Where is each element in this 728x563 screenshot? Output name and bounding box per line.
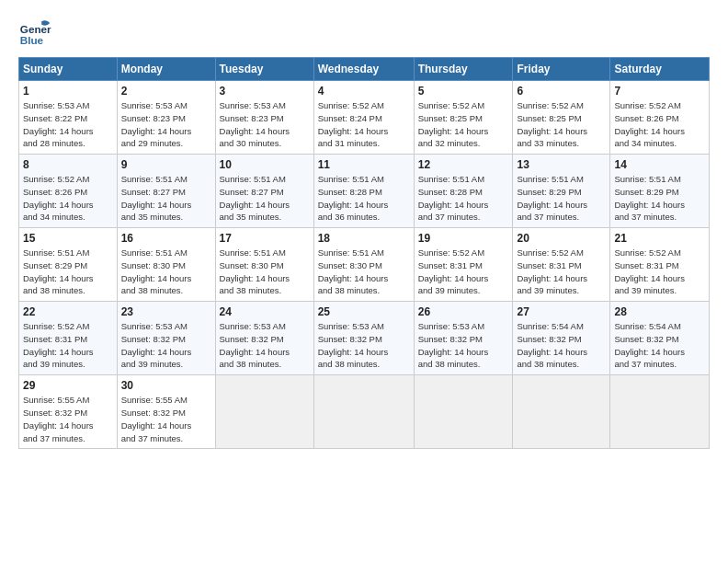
day-info: Sunrise: 5:51 AM Sunset: 8:30 PM Dayligh… <box>318 247 410 297</box>
day-number: 23 <box>121 305 211 318</box>
logo: General Blue <box>18 15 56 48</box>
day-cell-27: 27Sunrise: 5:54 AM Sunset: 8:32 PM Dayli… <box>513 302 610 375</box>
day-cell-3: 3Sunrise: 5:53 AM Sunset: 8:23 PM Daylig… <box>215 81 313 155</box>
day-number: 12 <box>418 158 509 171</box>
day-cell-13: 13Sunrise: 5:51 AM Sunset: 8:29 PM Dayli… <box>513 155 610 228</box>
calendar-body: 1Sunrise: 5:53 AM Sunset: 8:22 PM Daylig… <box>19 81 710 449</box>
day-cell-empty <box>215 375 313 449</box>
column-header-monday: Monday <box>117 58 215 81</box>
day-number: 6 <box>517 85 606 98</box>
day-info: Sunrise: 5:51 AM Sunset: 8:29 PM Dayligh… <box>517 173 606 224</box>
day-cell-30: 30Sunrise: 5:55 AM Sunset: 8:32 PM Dayli… <box>117 375 215 449</box>
day-number: 7 <box>614 85 705 98</box>
day-number: 8 <box>23 158 113 171</box>
day-info: Sunrise: 5:54 AM Sunset: 8:32 PM Dayligh… <box>614 320 705 371</box>
column-header-wednesday: Wednesday <box>313 58 414 81</box>
day-number: 18 <box>318 232 410 245</box>
day-cell-empty <box>313 375 414 449</box>
day-cell-12: 12Sunrise: 5:51 AM Sunset: 8:28 PM Dayli… <box>414 155 513 228</box>
day-info: Sunrise: 5:52 AM Sunset: 8:26 PM Dayligh… <box>614 99 705 150</box>
day-cell-5: 5Sunrise: 5:52 AM Sunset: 8:25 PM Daylig… <box>414 81 513 155</box>
day-number: 19 <box>418 232 509 245</box>
day-number: 30 <box>121 379 211 392</box>
calendar: SundayMondayTuesdayWednesdayThursdayFrid… <box>18 57 710 449</box>
day-info: Sunrise: 5:51 AM Sunset: 8:30 PM Dayligh… <box>220 247 310 297</box>
week-row-3: 22Sunrise: 5:52 AM Sunset: 8:31 PM Dayli… <box>19 302 710 375</box>
day-cell-22: 22Sunrise: 5:52 AM Sunset: 8:31 PM Dayli… <box>19 302 118 375</box>
day-info: Sunrise: 5:54 AM Sunset: 8:32 PM Dayligh… <box>517 320 606 371</box>
day-cell-empty <box>610 375 710 449</box>
day-number: 16 <box>121 232 211 245</box>
day-cell-24: 24Sunrise: 5:53 AM Sunset: 8:32 PM Dayli… <box>215 302 313 375</box>
day-cell-7: 7Sunrise: 5:52 AM Sunset: 8:26 PM Daylig… <box>610 81 710 155</box>
header: General Blue <box>18 15 710 48</box>
day-info: Sunrise: 5:52 AM Sunset: 8:31 PM Dayligh… <box>517 247 606 297</box>
day-info: Sunrise: 5:52 AM Sunset: 8:31 PM Dayligh… <box>614 247 705 297</box>
day-cell-8: 8Sunrise: 5:52 AM Sunset: 8:26 PM Daylig… <box>19 155 118 228</box>
column-header-saturday: Saturday <box>610 58 710 81</box>
day-info: Sunrise: 5:52 AM Sunset: 8:24 PM Dayligh… <box>318 99 410 150</box>
day-info: Sunrise: 5:51 AM Sunset: 8:27 PM Dayligh… <box>121 173 211 224</box>
day-info: Sunrise: 5:53 AM Sunset: 8:22 PM Dayligh… <box>23 99 113 150</box>
day-cell-empty <box>414 375 513 449</box>
day-number: 2 <box>121 85 211 98</box>
day-number: 20 <box>517 232 606 245</box>
day-info: Sunrise: 5:52 AM Sunset: 8:25 PM Dayligh… <box>418 99 509 150</box>
day-info: Sunrise: 5:52 AM Sunset: 8:25 PM Dayligh… <box>517 99 606 150</box>
day-info: Sunrise: 5:51 AM Sunset: 8:30 PM Dayligh… <box>121 247 211 297</box>
day-info: Sunrise: 5:51 AM Sunset: 8:28 PM Dayligh… <box>418 173 509 224</box>
day-number: 17 <box>220 232 310 245</box>
day-cell-17: 17Sunrise: 5:51 AM Sunset: 8:30 PM Dayli… <box>215 228 313 302</box>
day-info: Sunrise: 5:53 AM Sunset: 8:32 PM Dayligh… <box>220 320 310 371</box>
day-cell-11: 11Sunrise: 5:51 AM Sunset: 8:28 PM Dayli… <box>313 155 414 228</box>
day-info: Sunrise: 5:53 AM Sunset: 8:32 PM Dayligh… <box>121 320 211 371</box>
day-number: 14 <box>614 158 705 171</box>
day-info: Sunrise: 5:52 AM Sunset: 8:31 PM Dayligh… <box>418 247 509 297</box>
day-number: 13 <box>517 158 606 171</box>
day-cell-23: 23Sunrise: 5:53 AM Sunset: 8:32 PM Dayli… <box>117 302 215 375</box>
day-info: Sunrise: 5:53 AM Sunset: 8:32 PM Dayligh… <box>418 320 509 371</box>
day-cell-empty <box>513 375 610 449</box>
day-number: 9 <box>121 158 211 171</box>
day-number: 22 <box>23 305 113 318</box>
day-number: 1 <box>23 85 113 98</box>
column-header-thursday: Thursday <box>414 58 513 81</box>
week-row-4: 29Sunrise: 5:55 AM Sunset: 8:32 PM Dayli… <box>19 375 710 449</box>
day-info: Sunrise: 5:52 AM Sunset: 8:26 PM Dayligh… <box>23 173 113 224</box>
day-info: Sunrise: 5:53 AM Sunset: 8:23 PM Dayligh… <box>121 99 211 150</box>
day-number: 26 <box>418 305 509 318</box>
day-number: 15 <box>23 232 113 245</box>
logo-icon: General Blue <box>18 15 51 48</box>
day-info: Sunrise: 5:55 AM Sunset: 8:32 PM Dayligh… <box>23 394 113 444</box>
day-cell-14: 14Sunrise: 5:51 AM Sunset: 8:29 PM Dayli… <box>610 155 710 228</box>
day-cell-29: 29Sunrise: 5:55 AM Sunset: 8:32 PM Dayli… <box>19 375 118 449</box>
day-cell-9: 9Sunrise: 5:51 AM Sunset: 8:27 PM Daylig… <box>117 155 215 228</box>
svg-text:Blue: Blue <box>20 34 44 46</box>
day-cell-10: 10Sunrise: 5:51 AM Sunset: 8:27 PM Dayli… <box>215 155 313 228</box>
day-cell-26: 26Sunrise: 5:53 AM Sunset: 8:32 PM Dayli… <box>414 302 513 375</box>
day-number: 25 <box>318 305 410 318</box>
day-number: 10 <box>220 158 310 171</box>
day-number: 28 <box>614 305 705 318</box>
week-row-2: 15Sunrise: 5:51 AM Sunset: 8:29 PM Dayli… <box>19 228 710 302</box>
calendar-header-row: SundayMondayTuesdayWednesdayThursdayFrid… <box>19 58 710 81</box>
day-info: Sunrise: 5:51 AM Sunset: 8:29 PM Dayligh… <box>614 173 705 224</box>
day-cell-19: 19Sunrise: 5:52 AM Sunset: 8:31 PM Dayli… <box>414 228 513 302</box>
day-number: 4 <box>318 85 410 98</box>
day-cell-16: 16Sunrise: 5:51 AM Sunset: 8:30 PM Dayli… <box>117 228 215 302</box>
day-info: Sunrise: 5:53 AM Sunset: 8:23 PM Dayligh… <box>220 99 310 150</box>
column-header-tuesday: Tuesday <box>215 58 313 81</box>
day-number: 27 <box>517 305 606 318</box>
day-number: 5 <box>418 85 509 98</box>
day-cell-18: 18Sunrise: 5:51 AM Sunset: 8:30 PM Dayli… <box>313 228 414 302</box>
day-number: 21 <box>614 232 705 245</box>
day-cell-28: 28Sunrise: 5:54 AM Sunset: 8:32 PM Dayli… <box>610 302 710 375</box>
day-cell-6: 6Sunrise: 5:52 AM Sunset: 8:25 PM Daylig… <box>513 81 610 155</box>
day-cell-1: 1Sunrise: 5:53 AM Sunset: 8:22 PM Daylig… <box>19 81 118 155</box>
day-info: Sunrise: 5:55 AM Sunset: 8:32 PM Dayligh… <box>121 394 211 444</box>
day-number: 3 <box>220 85 310 98</box>
week-row-1: 8Sunrise: 5:52 AM Sunset: 8:26 PM Daylig… <box>19 155 710 228</box>
day-cell-2: 2Sunrise: 5:53 AM Sunset: 8:23 PM Daylig… <box>117 81 215 155</box>
day-cell-21: 21Sunrise: 5:52 AM Sunset: 8:31 PM Dayli… <box>610 228 710 302</box>
day-info: Sunrise: 5:51 AM Sunset: 8:29 PM Dayligh… <box>23 247 113 297</box>
